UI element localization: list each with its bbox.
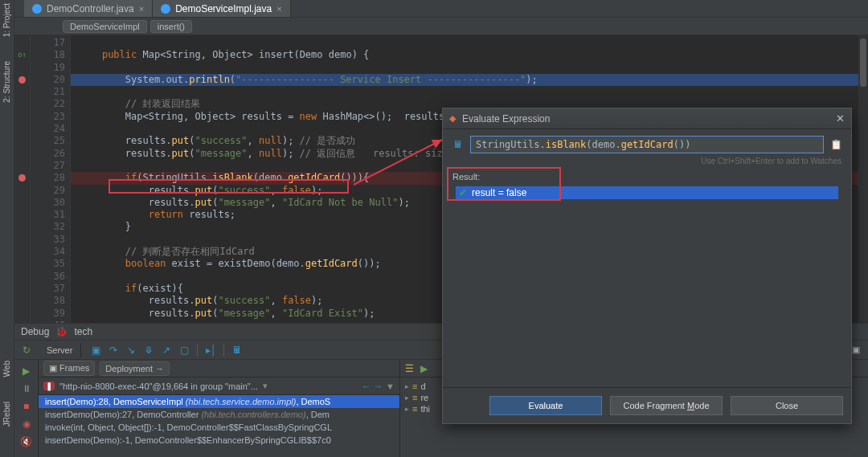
drop-frame-icon[interactable]: ▢ — [178, 344, 190, 357]
editor-scrollbar[interactable] — [858, 35, 868, 323]
expression-row: 🖩 StringUtils.isBlank(demo.getIdCard()) … — [443, 129, 851, 157]
breadcrumb: DemoServiceImpl insert() — [14, 18, 868, 35]
toolwindow-structure[interactable]: 2: Structure — [2, 61, 11, 103]
debug-left-actions: ▶ ⏸ ■ ◉ 🔇 — [14, 360, 39, 457]
tab-label: DemoController.java — [47, 3, 134, 14]
close-icon[interactable]: × — [276, 4, 281, 14]
deployment-tab[interactable]: Deployment → — [100, 361, 170, 376]
code-fragment-mode-button[interactable]: Code Fragment Mode — [610, 396, 723, 415]
breadcrumb-class[interactable]: DemoServiceImpl — [63, 20, 147, 33]
debug-tab-server[interactable]: Server — [39, 343, 81, 357]
step-out-icon[interactable]: ↗ — [160, 344, 173, 357]
stack-frame[interactable]: insertDemo(Demo):-1, DemoController$$Enh… — [39, 434, 399, 447]
result-label: Result: — [451, 170, 843, 183]
result-text: result = false — [472, 187, 526, 198]
run-to-cursor-icon[interactable]: ▸│ — [204, 344, 217, 357]
bug-icon: 🐞 — [55, 326, 68, 337]
resume-icon[interactable]: ▶ — [20, 365, 33, 377]
toolwindow-jrebel[interactable]: JRebel — [2, 402, 11, 426]
dialog-title: Evaluate Expression — [462, 113, 550, 124]
tab-demoserviceimpl[interactable]: DemoServiceImpl.java × — [153, 0, 290, 17]
filter-icon[interactable]: ▼ — [386, 382, 395, 391]
run-config-name: tech — [74, 326, 92, 337]
force-step-into-icon[interactable]: ⤋ — [142, 344, 155, 357]
pause-icon[interactable]: ⏸ — [20, 382, 33, 395]
tab-label: DemoServiceImpl.java — [175, 3, 272, 14]
java-file-icon — [32, 4, 42, 14]
left-tool-strip: 1: Project 2: Structure Web JRebel — [0, 0, 14, 457]
vars-tree-icon[interactable]: ☰ — [405, 363, 414, 374]
thread-badge-icon: ❚ — [43, 382, 55, 390]
stack-frame[interactable]: insertDemo(Demo):27, DemoController (hbi… — [39, 408, 399, 421]
stack-frame[interactable]: insert(Demo):28, DemoServiceImpl (hbi.te… — [39, 395, 399, 408]
result-row[interactable]: ✔ result = false — [456, 186, 838, 199]
dialog-buttons: Evaluate Code Fragment Mode Close — [443, 387, 851, 423]
close-icon[interactable]: ✕ — [836, 112, 845, 124]
evaluate-button[interactable]: Evaluate — [489, 396, 602, 415]
vars-expand-icon[interactable]: ▶ — [420, 363, 428, 374]
editor-tabs: DemoController.java × DemoServiceImpl.ja… — [14, 0, 868, 18]
tab-democontroller[interactable]: DemoController.java × — [24, 0, 153, 17]
history-icon[interactable]: 📋 — [829, 137, 843, 153]
toolwindow-project[interactable]: 1: Project — [2, 3, 11, 37]
next-frame-icon[interactable]: → — [374, 382, 383, 391]
show-execution-point-icon[interactable]: ▣ — [89, 344, 102, 357]
code-line[interactable]: public Map<String, Object> insert(Demo d… — [71, 49, 868, 61]
check-icon: ✔ — [459, 187, 467, 198]
thread-name: "http-nio-8080-exec-40"@19,664 in group … — [59, 382, 258, 391]
prev-frame-icon[interactable]: ← — [362, 382, 371, 391]
evaluate-expression-icon[interactable]: 🖩 — [231, 344, 244, 357]
code-line[interactable] — [71, 37, 868, 49]
dialog-titlebar[interactable]: ◆ Evaluate Expression ✕ — [443, 108, 851, 129]
close-icon[interactable]: × — [139, 4, 144, 14]
evaluate-expression-dialog: ◆ Evaluate Expression ✕ 🖩 StringUtils.is… — [442, 108, 852, 424]
app-icon: ◆ — [449, 113, 456, 124]
frames-header: ▣ Frames Deployment → — [39, 360, 399, 377]
result-panel: Result: ✔ result = false — [451, 170, 843, 387]
code-line[interactable] — [71, 62, 868, 74]
breakpoint-icon[interactable] — [18, 76, 26, 84]
expression-icon: 🖩 — [451, 137, 465, 152]
call-stack[interactable]: insert(Demo):28, DemoServiceImpl (hbi.te… — [39, 395, 399, 457]
shortcut-hint: Use Ctrl+Shift+Enter to add to Watches — [443, 157, 851, 170]
breakpoint-icon[interactable] — [18, 174, 26, 182]
step-over-icon[interactable]: ↷ — [107, 344, 120, 357]
breadcrumb-method[interactable]: insert() — [150, 20, 192, 33]
scrollbar-thumb[interactable] — [860, 39, 866, 87]
gutter-icons: o↑ — [14, 35, 31, 323]
result-tree[interactable]: ✔ result = false — [451, 183, 843, 387]
stop-icon[interactable]: ■ — [20, 400, 33, 413]
close-button[interactable]: Close — [731, 396, 843, 415]
expression-input[interactable]: StringUtils.isBlank(demo.getIdCard()) — [470, 136, 824, 153]
frames-tab[interactable]: ▣ Frames — [43, 361, 95, 376]
step-into-icon[interactable]: ↘ — [125, 344, 137, 357]
java-file-icon — [161, 4, 170, 14]
toolwindow-web[interactable]: Web — [2, 361, 11, 377]
frames-panel: ▣ Frames Deployment → ❚ "http-nio-8080-e… — [39, 360, 400, 457]
debug-title: Debug — [21, 326, 49, 337]
override-icon[interactable]: o↑ — [18, 49, 27, 61]
rerun-icon[interactable]: ↻ — [20, 344, 33, 357]
mute-breakpoints-icon[interactable]: 🔇 — [20, 435, 33, 448]
line-numbers: 1718192021222324252627282930313233343536… — [31, 35, 71, 323]
stack-frame[interactable]: invoke(int, Object, Object[]):-1, DemoCo… — [39, 421, 399, 434]
thread-selector[interactable]: ❚ "http-nio-8080-exec-40"@19,664 in grou… — [39, 377, 399, 395]
code-line[interactable]: System.out.println("---------------- Ser… — [71, 74, 868, 86]
view-breakpoints-icon[interactable]: ◉ — [20, 418, 33, 430]
debug-step-icons: ▣ ↷ ↘ ⤋ ↗ ▢ ▸│ 🖩 — [81, 344, 244, 357]
code-line[interactable] — [71, 86, 868, 98]
